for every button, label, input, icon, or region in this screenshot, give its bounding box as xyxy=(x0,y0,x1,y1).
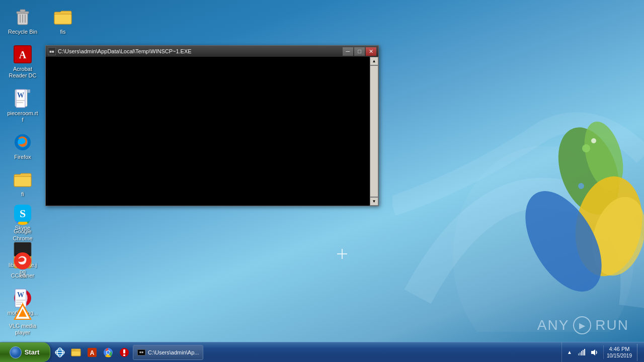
desktop-decoration xyxy=(392,55,644,332)
svg-rect-37 xyxy=(54,14,71,24)
show-desktop-button[interactable] xyxy=(637,344,640,361)
clock-time: 4:46 PM xyxy=(609,345,629,352)
svg-rect-71 xyxy=(581,351,582,355)
scroll-down-button[interactable]: ▼ xyxy=(370,197,378,206)
svg-rect-68 xyxy=(123,354,125,356)
systray-network-icon[interactable] xyxy=(577,348,586,357)
svg-text:A: A xyxy=(19,49,27,60)
svg-text:W: W xyxy=(17,291,24,299)
anyrun-watermark: ANY ▶ RUN xyxy=(537,316,629,334)
start-button[interactable]: Start xyxy=(0,342,50,362)
cmd-window[interactable]: ■■ C:\Users\admin\AppData\Local\Temp\WIN… xyxy=(45,45,379,206)
svg-point-6 xyxy=(582,144,590,152)
maximize-button[interactable]: □ xyxy=(354,47,365,56)
acrobat-label: Acrobat Reader DC xyxy=(7,66,38,79)
anyrun-text2: RUN xyxy=(595,317,629,333)
start-orb xyxy=(10,346,22,358)
close-button[interactable]: ✕ xyxy=(366,47,376,56)
svg-rect-60 xyxy=(71,349,75,351)
scroll-up-button[interactable]: ▲ xyxy=(370,57,378,65)
anyrun-play-icon: ▶ xyxy=(573,316,591,334)
start-label: Start xyxy=(25,348,40,356)
scroll-track[interactable] xyxy=(370,65,378,197)
svg-rect-69 xyxy=(578,353,579,355)
systray-chevron-icon[interactable]: ▲ xyxy=(565,348,574,357)
svg-point-65 xyxy=(107,351,110,354)
minimize-button[interactable]: ─ xyxy=(343,47,353,56)
fis-folder-icon[interactable]: fis xyxy=(45,5,80,37)
cmd-icon: ■■ xyxy=(48,47,56,55)
cmd-body: ▲ ▼ xyxy=(46,57,378,206)
systray: ▲ xyxy=(561,342,601,362)
cmd-content[interactable] xyxy=(46,57,370,206)
acrobat-icon[interactable]: A Acrobat Reader DC xyxy=(5,42,40,81)
firefox-icon[interactable]: Firefox xyxy=(5,130,40,162)
taskbar-app-icon[interactable]: A xyxy=(85,345,100,360)
cmd-title: C:\Users\admin\AppData\Local\Temp\WINSCP… xyxy=(58,48,341,54)
svg-marker-74 xyxy=(591,349,595,355)
svg-rect-70 xyxy=(580,352,581,355)
clock[interactable]: 4:46 PM 10/15/2019 xyxy=(603,345,635,359)
cmd-scrollbar[interactable]: ▲ ▼ xyxy=(370,57,378,206)
svg-point-43 xyxy=(14,252,31,269)
recycle-bin-label: Recycle Bin xyxy=(8,29,37,35)
ccleaner-icon[interactable]: CCleaner xyxy=(5,249,40,281)
taskbar-cmd-button[interactable]: ■■ C:\Users\admin\Ap... xyxy=(133,345,203,360)
svg-rect-59 xyxy=(71,351,80,356)
firefox-label: Firefox xyxy=(14,154,31,160)
clock-date: 10/15/2019 xyxy=(607,352,632,359)
svg-rect-22 xyxy=(27,89,30,93)
taskbar-chrome-icon[interactable] xyxy=(101,345,116,360)
svg-point-8 xyxy=(578,183,584,189)
fis-label: fis xyxy=(60,29,66,35)
skype-icon[interactable]: S Skype xyxy=(5,201,40,233)
taskbar-stop-icon[interactable] xyxy=(117,345,132,360)
desktop: Recycle Bin A Acrobat Reader DC xyxy=(0,0,644,362)
cmd-titlebar[interactable]: ■■ C:\Users\admin\AppData\Local\Temp\WIN… xyxy=(46,46,378,57)
svg-text:W: W xyxy=(17,92,24,99)
systray-volume-icon[interactable] xyxy=(589,348,598,357)
svg-text:A: A xyxy=(90,349,95,356)
vlc-label: VLC media player xyxy=(7,323,38,336)
svg-point-7 xyxy=(591,138,596,143)
anyrun-text: ANY xyxy=(537,317,570,333)
taskbar: Start xyxy=(0,342,644,362)
recycle-bin-icon[interactable]: Recycle Bin xyxy=(5,5,40,37)
pieceroom-label: pieceroom.rtf xyxy=(7,110,38,123)
svg-rect-13 xyxy=(20,10,25,12)
taskbar-cmd-label: C:\Users\admin\Ap... xyxy=(148,349,199,355)
svg-rect-52 xyxy=(21,312,24,317)
svg-rect-67 xyxy=(123,349,125,353)
vlc-icon[interactable]: VLC media player xyxy=(5,299,40,338)
taskbar-right: ▲ xyxy=(557,342,644,362)
taskbar-ie-icon[interactable] xyxy=(52,345,67,360)
svg-text:S: S xyxy=(20,207,26,220)
fi-label: fi xyxy=(21,191,24,198)
taskbar-explorer-icon[interactable] xyxy=(68,345,84,360)
taskbar-cmd-icon: ■■ xyxy=(137,349,145,355)
svg-rect-29 xyxy=(14,176,31,187)
window-controls: ─ □ ✕ xyxy=(343,47,376,56)
pieceroom-icon[interactable]: W pieceroom.rtf xyxy=(5,86,40,125)
cursor-cross xyxy=(337,249,347,259)
taskbar-items: A xyxy=(50,342,557,362)
svg-rect-73 xyxy=(584,349,585,355)
fi-folder-icon[interactable]: fi xyxy=(5,167,40,200)
svg-rect-72 xyxy=(583,350,584,355)
ccleaner-label: CCleaner xyxy=(11,273,34,279)
skype-label: Skype xyxy=(15,225,31,231)
